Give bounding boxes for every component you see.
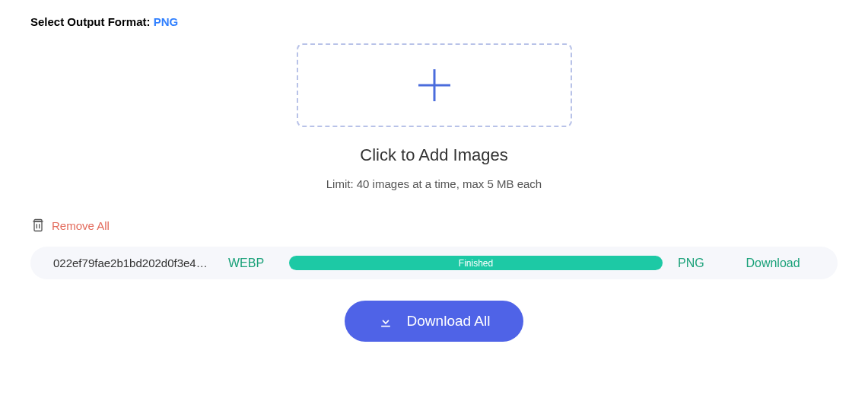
format-selector-label: Select Output Format: bbox=[30, 15, 154, 28]
remove-all-button[interactable]: Remove All bbox=[30, 218, 838, 233]
progress-status-text: Finished bbox=[459, 258, 493, 269]
add-images-title: Click to Add Images bbox=[30, 145, 838, 165]
download-all-label: Download All bbox=[407, 313, 491, 330]
svg-rect-5 bbox=[381, 326, 390, 327]
remove-all-label: Remove All bbox=[52, 219, 110, 232]
limit-text: Limit: 40 images at a time, max 5 MB eac… bbox=[30, 177, 838, 190]
download-icon bbox=[378, 314, 393, 329]
progress-bar: Finished bbox=[289, 256, 663, 270]
trash-icon bbox=[30, 218, 46, 233]
download-file-button[interactable]: Download bbox=[731, 256, 815, 270]
progress-container: Finished bbox=[289, 256, 663, 270]
plus-icon bbox=[415, 66, 453, 104]
file-name: 022ef79fae2b1bd202d0f3e4… bbox=[53, 256, 213, 269]
file-destination-format: PNG bbox=[678, 256, 716, 270]
file-row: 022ef79fae2b1bd202d0f3e4… WEBP Finished … bbox=[30, 247, 838, 279]
download-all-button[interactable]: Download All bbox=[345, 301, 524, 342]
format-selector[interactable]: Select Output Format: PNG bbox=[30, 15, 838, 28]
add-images-dropzone[interactable] bbox=[297, 43, 572, 127]
file-source-format: WEBP bbox=[228, 256, 274, 270]
format-selector-value: PNG bbox=[154, 15, 179, 28]
svg-rect-2 bbox=[34, 221, 42, 231]
